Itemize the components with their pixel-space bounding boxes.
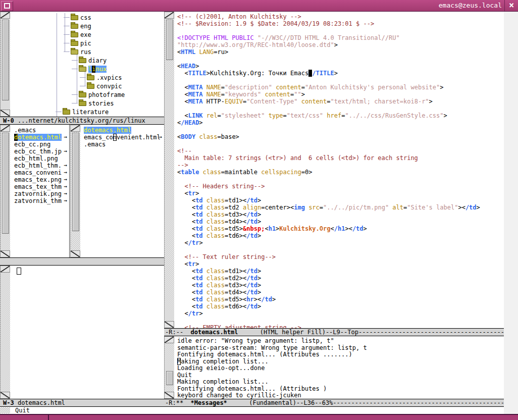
methods-scrollbar[interactable] [0,266,10,399]
code-line [177,246,504,253]
text-segment: img [294,204,305,211]
tree-item-exe[interactable]: exe [0,30,164,39]
file-item-ecb_cc_thm.jp[interactable]: ecb_cc_thm.jp→ [14,148,69,155]
file-item-ecb_html.png[interactable]: ecb_html.png [14,155,69,162]
scrollbar-down-arrow-icon[interactable] [164,321,174,328]
file-item-ecb_cc.png[interactable]: ecb_cc.png [14,141,69,148]
file-item-.emacs[interactable]: .emacs [14,127,69,134]
window-menu-icon [4,3,10,9]
modeline-text: W-3 [3,399,14,406]
tree-item-stories[interactable]: stories [0,99,164,108]
messages-window[interactable]: idle error: "Wrong type argument: listp,… [164,336,504,399]
text-segment: /td [246,218,257,225]
code-line [177,56,504,63]
code-line: <td class=td2></td> [177,275,504,282]
text-segment: =td6>< [225,303,246,310]
resize-handle[interactable] [48,415,49,420]
file-item-emacs_conveni[interactable]: emacs_conveni→ [14,169,69,176]
text-segment: class [206,303,225,310]
text-segment: /td [246,268,257,275]
ecb-history-window[interactable]: dotemacs.htmlemacs_convenient.html→.emac… [69,125,164,257]
text-segment: > [257,218,261,225]
file-item-zatvornik.png[interactable]: zatvornik.png→ [14,190,69,197]
tree-item-pic[interactable]: pic [0,39,164,47]
file-item-emacs_tex_thm[interactable]: emacs_tex_thm→ [14,183,69,190]
text-segment: /HEAD [181,119,199,126]
minibuffer-gripper[interactable] [0,407,10,413]
text-segment: > [334,70,338,77]
ecb-directories-window[interactable]: cssengexepicrusdiarylinux.xvpicsconvpicp… [0,12,164,117]
folder-icon [87,75,94,80]
close-button[interactable]: × [504,0,518,11]
minibuffer[interactable]: Quit [0,407,504,414]
modeline-sources-history[interactable]: W-1 ...linuxW-2 History [0,257,164,266]
file-item-.emacs[interactable]: .emacs [84,141,164,148]
file-item-zatvornik_thm[interactable]: zatvornik_thm→ [14,197,69,204]
tree-item-css[interactable]: css [0,13,164,22]
tree-item-photoframe[interactable]: photoframe [0,90,164,99]
text-segment [203,211,206,218]
scrollbar-down-arrow-icon[interactable] [164,392,174,399]
file-item-emacs_tex.png[interactable]: emacs_tex.png→ [14,176,69,183]
text-segment: = [283,112,287,119]
tree-item-rus[interactable]: rus [0,47,164,56]
tree-item-eng[interactable]: eng [0,22,164,30]
tree-item-convpic[interactable]: convpic [0,82,164,90]
tree-item-.xvpics[interactable]: .xvpics [0,73,164,82]
text-segment: < [177,310,188,317]
code-line: <td class=td1></td> [177,197,504,204]
modeline-messages[interactable]: -R:** *Messages* (Fundamental)--L36--63%… [164,399,504,407]
editor-window-dotemacs-html[interactable]: <!-- (c)2001, Anton Kulchitsky --><!-- $… [164,12,504,328]
modeline-methods[interactable]: W-3 dotemacs.html [0,399,164,407]
text-segment: content [276,84,301,91]
text-segment: NAME [206,91,221,98]
file-item-dotemacs.html[interactable]: dotemacs.html→ [14,134,69,141]
scrollbar-down-arrow-icon[interactable] [70,250,80,257]
modeline-text: ...nternet/kulchitsky.org/rus/linux [14,117,145,124]
modeline-editor[interactable]: -R:-- dotemacs.html (HTML helper Fill)--… [164,328,504,336]
scrollbar-thumb[interactable] [2,133,9,234]
scrollbar-up-arrow-icon[interactable] [0,125,10,132]
ecb-sources-window[interactable]: .emacsdotemacs.html→ecb_cc.pngecb_cc_thm… [0,125,69,257]
text-segment: > [477,204,480,211]
scrollbar-up-arrow-icon[interactable] [164,12,174,19]
text-segment: class [206,296,225,303]
tree-item-linux[interactable]: linux [0,65,164,73]
scrollbar-down-arrow-icon[interactable] [0,392,10,399]
tree-item-diary[interactable]: diary [0,56,164,65]
text-segment [203,282,206,289]
editor-scrollbar[interactable] [164,12,174,328]
text-segment: <!-- Headers string--> [177,183,265,190]
modeline-directories[interactable]: W-0 ...nternet/kulchitsky.org/rus/linux [0,117,164,125]
modeline-text: *Messages* [191,399,227,406]
text-segment: < [177,232,195,239]
item-label: diary [88,57,107,64]
text-segment: < [177,268,195,275]
code-line: <tr> [177,260,504,268]
file-item-ecb_html_thm.[interactable]: ecb_html_thm.→ [14,162,69,169]
tree-item-literature[interactable]: literature [0,108,164,116]
item-label: eng [80,23,91,30]
scrollbar-thumb[interactable] [72,133,79,231]
sources-scrollbar[interactable] [0,125,10,257]
ecb-methods-window[interactable] [0,266,164,399]
folder-icon [79,101,86,106]
scrollbar-up-arrow-icon[interactable] [0,266,10,273]
text-segment: table [181,169,199,176]
text-segment: > [199,310,202,317]
scrollbar-down-arrow-icon[interactable] [0,250,10,257]
scrollbar-thumb[interactable] [166,20,173,60]
scrollbar-up-arrow-icon[interactable] [70,125,80,132]
text-segment: > [257,282,261,289]
history-scrollbar[interactable] [70,125,80,257]
scrollbar-up-arrow-icon[interactable] [164,336,174,343]
code-line: --> [177,162,504,169]
window-menu-button[interactable] [1,1,13,11]
scrollbar-thumb[interactable] [166,371,173,385]
file-item-emacs_convenient.html[interactable]: emacs_convenient.html→ [84,134,164,141]
text-segment [203,232,206,239]
code-line: <td class=td4></td> [177,289,504,296]
messages-scrollbar[interactable] [164,336,174,399]
file-item-dotemacs.html[interactable]: dotemacs.html [84,127,164,134]
text-segment: > [195,63,199,70]
